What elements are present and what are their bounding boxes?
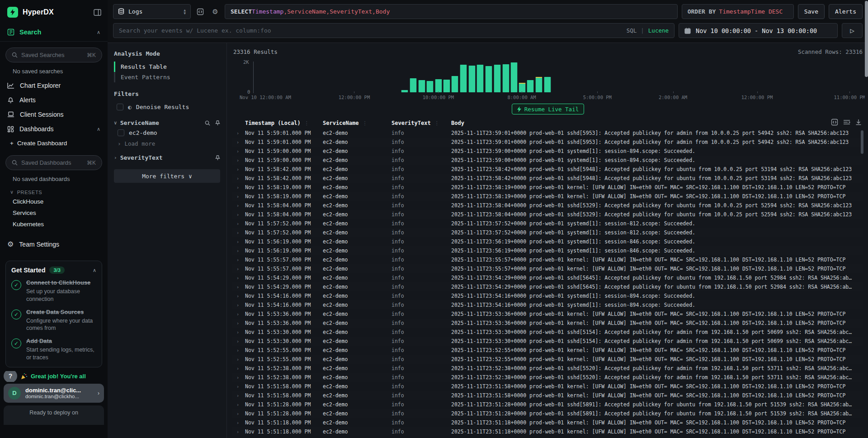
column-separator-icon[interactable]: ⋮ — [362, 120, 367, 126]
table-row[interactable]: ›Nov 11 5:54:16.000 PMec2-demoinfo2025-1… — [232, 300, 863, 309]
table-row[interactable]: ›Nov 11 5:54:16.000 PMec2-demoinfo2025-1… — [232, 291, 863, 300]
get-started-step[interactable]: ✓ Add Data Start sending logs, metrics, … — [11, 338, 96, 362]
histogram-bar[interactable] — [511, 62, 518, 92]
help-button[interactable]: ? — [4, 371, 17, 382]
mode-sql[interactable]: SQL — [627, 27, 637, 34]
source-select[interactable]: Logs ▲▼ — [113, 4, 191, 19]
column-header-timestamp[interactable]: Timestamp (Local)⋮ — [245, 120, 323, 126]
histogram-bar[interactable] — [486, 66, 492, 92]
table-row[interactable]: ›Nov 11 5:57:52.000 PMec2-demoinfo2025-1… — [232, 219, 863, 228]
histogram-bar[interactable] — [401, 90, 408, 92]
facet-search-icon[interactable] — [205, 120, 210, 126]
table-row[interactable]: ›Nov 11 5:55:57.000 PMec2-demoinfo2025-1… — [232, 264, 863, 273]
table-row[interactable]: ›Nov 11 5:51:28.000 PMec2-demoinfo2025-1… — [232, 409, 863, 418]
download-icon[interactable] — [855, 119, 862, 125]
analysis-mode-results-table[interactable]: Results Table — [114, 62, 220, 72]
mode-lucene[interactable]: Lucene — [648, 27, 669, 34]
table-row[interactable]: ›Nov 11 5:52:55.000 PMec2-demoinfo2025-1… — [232, 355, 863, 364]
pin-icon[interactable] — [215, 155, 220, 161]
table-row[interactable]: ›Nov 11 5:54:29.000 PMec2-demoinfo2025-1… — [232, 273, 863, 282]
facet-severitytext-toggle[interactable]: › SeverityText — [114, 154, 220, 161]
histogram-bar[interactable] — [452, 76, 458, 92]
page-scrollbar-track[interactable] — [865, 0, 868, 438]
chevron-up-icon[interactable]: ∧ — [97, 126, 100, 132]
save-button[interactable]: Save — [798, 4, 825, 19]
table-row[interactable]: ›Nov 11 5:52:38.000 PMec2-demoinfo2025-1… — [232, 364, 863, 373]
histogram-bar[interactable] — [460, 65, 467, 92]
table-row[interactable]: ›Nov 11 5:58:42.000 PMec2-demoinfo2025-1… — [232, 165, 863, 174]
histogram-bar[interactable] — [544, 77, 551, 92]
source-settings-gear-icon[interactable]: ⚙ — [210, 4, 221, 19]
table-row[interactable]: ›Nov 11 5:59:01.000 PMec2-demoinfo2025-1… — [232, 129, 863, 138]
table-row[interactable]: ›Nov 11 5:51:18.000 PMec2-demoinfo2025-1… — [232, 418, 863, 427]
histogram-bar[interactable] — [418, 80, 425, 92]
table-row[interactable]: ›Nov 11 5:53:36.000 PMec2-demoinfo2025-1… — [232, 309, 863, 319]
table-row[interactable]: ›Nov 11 5:51:58.000 PMec2-demoinfo2025-1… — [232, 382, 863, 391]
table-row[interactable]: ›Nov 11 5:51:58.000 PMec2-demoinfo2025-1… — [232, 391, 863, 400]
table-row[interactable]: ›Nov 11 5:58:04.000 PMec2-demoinfo2025-1… — [232, 201, 863, 210]
table-row[interactable]: ›Nov 11 5:53:36.000 PMec2-demoinfo2025-1… — [232, 319, 863, 328]
saved-dashboards-input[interactable]: Saved Dashboards ⌘K — [5, 155, 102, 170]
table-row[interactable]: ›Nov 11 5:53:30.000 PMec2-demoinfo2025-1… — [232, 328, 863, 337]
table-row[interactable]: ›Nov 11 5:59:01.000 PMec2-demoinfo2025-1… — [232, 138, 863, 147]
histogram-bar[interactable] — [468, 66, 475, 93]
sidebar-item-alerts[interactable]: Alerts — [0, 93, 108, 107]
get-started-step[interactable]: ✓ Connect to ClickHouse Set up your data… — [11, 279, 96, 303]
get-started-step[interactable]: ✓ Create Data Sources Configure where yo… — [11, 309, 96, 333]
table-row[interactable]: ›Nov 11 5:53:30.000 PMec2-demoinfo2025-1… — [232, 337, 863, 346]
table-row[interactable]: ›Nov 11 5:54:29.000 PMec2-demoinfo2025-1… — [232, 282, 863, 291]
sidebar-item-chart-explorer[interactable]: Chart Explorer — [0, 78, 108, 93]
source-columns-icon[interactable] — [831, 119, 838, 126]
histogram-bar[interactable] — [527, 80, 534, 92]
table-row[interactable]: ›Nov 11 5:58:42.000 PMec2-demoinfo2025-1… — [232, 174, 863, 183]
table-row[interactable]: ›Nov 11 5:59:00.000 PMec2-demoinfo2025-1… — [232, 156, 863, 165]
column-header-servicename[interactable]: ServiceName⋮ — [323, 120, 392, 126]
run-query-button[interactable]: ▷ — [842, 23, 863, 38]
create-dashboard-button[interactable]: + Create Dashboard — [0, 136, 108, 149]
column-separator-icon[interactable]: ⋮ — [304, 120, 309, 126]
pin-icon[interactable] — [215, 120, 220, 126]
sidebar-item-client-sessions[interactable]: Client Sessions — [0, 107, 108, 122]
presets-section-toggle[interactable]: ∨ PRESETS — [0, 186, 108, 196]
search-input[interactable] — [119, 27, 623, 34]
table-row[interactable]: ›Nov 11 5:56:19.000 PMec2-demoinfo2025-1… — [232, 237, 863, 246]
table-row[interactable]: ›Nov 11 5:58:19.000 PMec2-demoinfo2025-1… — [232, 183, 863, 192]
table-scrollbar[interactable] — [861, 130, 863, 154]
table-row[interactable]: ›Nov 11 5:52:55.000 PMec2-demoinfo2025-1… — [232, 346, 863, 355]
table-row[interactable]: ›Nov 11 5:55:57.000 PMec2-demoinfo2025-1… — [232, 255, 863, 264]
preset-item-kubernetes[interactable]: Kubernetes — [0, 219, 108, 230]
table-mapping-icon[interactable] — [195, 4, 206, 19]
histogram-bar[interactable] — [410, 78, 416, 92]
saved-searches-input[interactable]: Saved Searches ⌘K — [5, 48, 102, 62]
chevron-up-icon[interactable]: ∧ — [93, 267, 96, 273]
table-row[interactable]: ›Nov 11 5:51:28.000 PMec2-demoinfo2025-1… — [232, 400, 863, 409]
order-by-input[interactable]: ORDER BY TimestampTime DESC — [682, 4, 794, 19]
page-scrollbar-thumb[interactable] — [865, 1, 868, 77]
histogram-bar[interactable] — [427, 81, 434, 93]
histogram-bar[interactable] — [443, 80, 450, 92]
user-profile-button[interactable]: D dominic.tran@clic... dominic.tran@clic… — [4, 384, 104, 403]
sidebar-collapse-icon[interactable] — [94, 9, 101, 16]
alerts-button[interactable]: Alerts — [829, 4, 863, 19]
load-more-button[interactable]: › Load more — [114, 137, 220, 147]
chevron-up-icon[interactable]: ∧ — [97, 29, 100, 35]
preset-item-services[interactable]: Services — [0, 207, 108, 219]
table-row[interactable]: ›Nov 11 5:58:04.000 PMec2-demoinfo2025-1… — [232, 210, 863, 219]
row-density-icon[interactable] — [843, 119, 850, 125]
preset-item-clickhouse[interactable]: ClickHouse — [0, 196, 108, 207]
facet-value-checkbox[interactable] — [118, 129, 124, 136]
table-row[interactable]: ›Nov 11 5:56:19.000 PMec2-demoinfo2025-1… — [232, 246, 863, 255]
histogram-bar[interactable] — [502, 64, 509, 92]
sidebar-item-dashboards[interactable]: Dashboards ∧ — [0, 122, 108, 136]
denoise-checkbox[interactable] — [117, 104, 123, 110]
histogram-bar[interactable] — [536, 77, 542, 92]
histogram-bar[interactable] — [519, 83, 525, 92]
sidebar-item-search[interactable]: Search ∧ — [0, 23, 108, 42]
sidebar-item-team-settings[interactable]: ⚙ Team Settings — [0, 237, 108, 252]
resume-live-tail-button[interactable]: Resume Live Tail — [512, 104, 584, 114]
more-filters-button[interactable]: More filters ∨ — [114, 169, 220, 183]
histogram-bar[interactable] — [435, 79, 442, 92]
select-query-input[interactable]: SELECT Timestamp,ServiceName,SeverityTex… — [225, 4, 678, 19]
column-header-body[interactable]: Body — [451, 120, 863, 126]
table-row[interactable]: ›Nov 11 5:52:38.000 PMec2-demoinfo2025-1… — [232, 373, 863, 382]
